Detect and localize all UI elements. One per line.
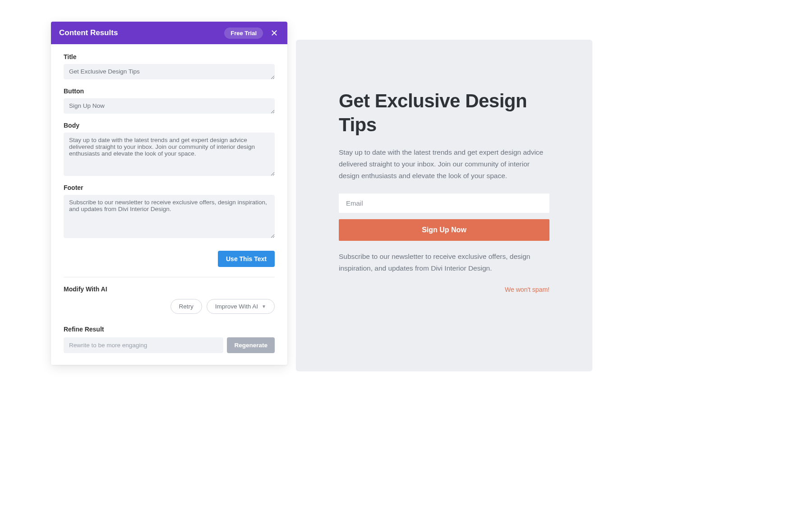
use-text-row: Use This Text [64,251,275,277]
footer-label: Footer [64,184,275,191]
title-field[interactable] [64,64,275,79]
email-field[interactable] [339,193,549,213]
regenerate-button[interactable]: Regenerate [227,337,275,353]
button-text-field[interactable] [64,98,275,114]
close-icon[interactable] [269,28,279,38]
retry-button[interactable]: Retry [171,299,202,314]
use-this-text-button[interactable]: Use This Text [218,251,275,267]
modify-row: Retry Improve With AI ▼ [64,299,275,314]
refine-input[interactable] [64,337,223,353]
panel-title: Content Results [59,28,224,37]
signup-preview: Get Exclusive Design Tips Stay up to dat… [296,40,592,371]
panel-body: Title Button Body Footer Use This Text M… [51,44,287,365]
body-field[interactable] [64,133,275,176]
refine-label: Refine Result [64,326,275,333]
body-label: Body [64,122,275,129]
title-label: Title [64,53,275,60]
preview-body: Stay up to date with the latest trends a… [339,147,549,182]
chevron-down-icon: ▼ [262,304,266,309]
button-label: Button [64,87,275,95]
spam-notice: We won't spam! [339,286,549,293]
refine-row: Regenerate [64,337,275,353]
panel-header: Content Results Free Trial [51,22,287,44]
footer-field[interactable] [64,195,275,238]
preview-title: Get Exclusive Design Tips [339,89,549,137]
improve-with-ai-button[interactable]: Improve With AI ▼ [207,299,275,314]
signup-button[interactable]: Sign Up Now [339,219,549,241]
improve-with-ai-label: Improve With AI [215,303,258,310]
free-trial-button[interactable]: Free Trial [224,28,263,39]
modify-label: Modify With AI [64,285,275,293]
content-results-panel: Content Results Free Trial Title Button … [51,22,287,365]
preview-footer: Subscribe to our newsletter to receive e… [339,251,549,274]
